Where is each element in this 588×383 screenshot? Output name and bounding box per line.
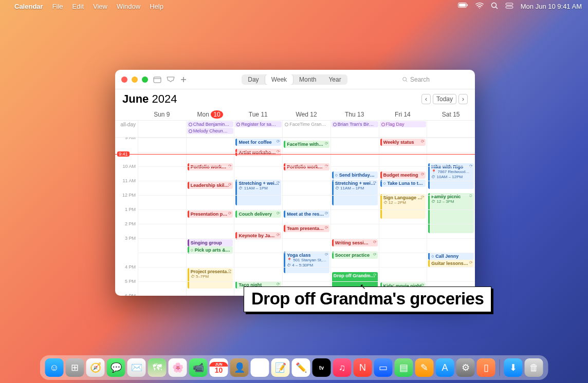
day-column-mon[interactable]: Portfolio work…⟳Leadership skil…⟳Present… [186, 138, 234, 296]
day-column-wed[interactable]: FaceTime with…⟳Portfolio work…⟳Meet at t… [282, 138, 330, 296]
add-event-icon[interactable] [180, 76, 187, 83]
event[interactable]: Hike with Rigo📍 7867 Redwood…⏱ 10AM – 12… [428, 163, 474, 189]
view-week[interactable]: Week [265, 74, 293, 85]
day-column-thu[interactable]: ○ Send birthday…Stretching + weights⏱ 11… [330, 138, 379, 296]
menubar-edit[interactable]: Edit [72, 3, 84, 10]
menubar-app[interactable]: Calendar [14, 3, 43, 10]
dock-keynote-icon[interactable]: ▭ [374, 358, 393, 377]
day-column-sat[interactable]: Hike with Rigo📍 7867 Redwood…⏱ 10AM – 12… [427, 138, 475, 296]
inbox-icon[interactable] [167, 76, 175, 83]
event[interactable]: Artist worksho…⟳ [235, 149, 281, 156]
search-field[interactable]: Search [402, 76, 469, 83]
day-column-sun[interactable] [138, 138, 186, 296]
allday-event[interactable]: Chad Benjamin… [187, 121, 234, 127]
dock-finder-icon[interactable]: ☺ [45, 358, 64, 377]
dock-settings-icon[interactable]: ⚙ [456, 358, 475, 377]
wifi-icon[interactable] [475, 3, 484, 10]
menubar-help[interactable]: Help [150, 3, 163, 10]
allday-event[interactable]: Flag Day [380, 121, 427, 127]
view-year[interactable]: Year [322, 74, 347, 85]
dock-reminders-icon[interactable]: ☰ [251, 358, 269, 377]
event[interactable]: Sign Language Club⏱ 12 – 2PM⟳ [380, 194, 426, 219]
menubar-file[interactable]: File [52, 3, 63, 10]
allday-sat[interactable] [427, 121, 475, 137]
next-week-button[interactable]: › [458, 94, 468, 104]
allday-sun[interactable] [138, 121, 186, 137]
event[interactable]: Meet at the res…⟳ [284, 210, 329, 218]
dock-notes-icon[interactable]: 📝 [271, 358, 290, 377]
day-column-fri[interactable]: Weekly status⟳Budget meeting⟳○ Take Luna… [379, 138, 427, 296]
event[interactable]: Writing sessi…⟳ [332, 239, 378, 246]
event[interactable]: Team presenta…⟳ [284, 225, 329, 232]
dock-photos-icon[interactable]: 🌸 [169, 358, 187, 377]
svg-rect-1 [459, 4, 466, 7]
spotlight-icon[interactable] [491, 2, 498, 11]
event[interactable]: Stretching + weights⏱ 11AM – 1PM⟳ [332, 180, 378, 205]
event[interactable]: Portfolio work…⟳ [284, 163, 329, 170]
allday-event[interactable]: Brian Tran's Bir… [332, 121, 378, 127]
week-grid: 9:41 9 AM10 AM11 AM12 PM1 PM2 PM3 PM4 PM… [115, 138, 475, 296]
dock-freeform-icon[interactable]: ✏️ [292, 358, 310, 377]
dock-messages-icon[interactable]: 💬 [107, 358, 125, 377]
event[interactable]: Project presentations⏱ 5–7PM⟳ [188, 268, 233, 289]
menubar-window[interactable]: Window [117, 3, 140, 10]
dock-contacts-icon[interactable]: 👤 [230, 358, 249, 377]
event[interactable]: Portfolio work…⟳ [188, 163, 233, 170]
dock-facetime-icon[interactable]: 📹 [189, 358, 208, 377]
menubar-clock[interactable]: Mon Jun 10 9:41 AM [521, 3, 582, 10]
view-day[interactable]: Day [242, 74, 265, 85]
dock-calendar-icon[interactable]: JUN10 [210, 358, 228, 377]
hour-label: 6 PM [115, 293, 136, 296]
calendars-icon[interactable] [153, 76, 161, 83]
window-controls [121, 76, 148, 83]
allday-event[interactable]: Register for sa… [235, 121, 282, 127]
event[interactable]: Stretching + weights⏱ 11AM – 1PM⟳ [235, 180, 281, 205]
view-month[interactable]: Month [293, 74, 322, 85]
event[interactable]: Guitar lessons…⟳ [428, 260, 474, 267]
allday-wed[interactable]: FaceTime Gran… [282, 121, 330, 137]
event[interactable]: FaceTime with…⟳ [284, 141, 329, 148]
dock-wallpaper-icon[interactable]: ▯ [477, 358, 495, 377]
dock-launchpad-icon[interactable]: ⊞ [66, 358, 84, 377]
event[interactable]: Couch delivery⟳ [235, 210, 281, 218]
dock-appstore-icon[interactable]: A [436, 358, 454, 377]
event[interactable]: ○ Call Jenny [428, 253, 474, 260]
calendar-window: Day Week Month Year Search June 2024 ‹ T… [115, 70, 475, 296]
event[interactable]: Presentation p…⟳ [188, 210, 233, 218]
event[interactable]: Meet for coffee⟳ [235, 139, 281, 146]
event[interactable]: Family picnic⏱ 12 – 3PM⟳ [428, 193, 474, 233]
zoom-button[interactable] [142, 76, 148, 83]
svg-rect-5 [506, 3, 513, 5]
day-column-tue[interactable]: Meet for coffee⟳Artist worksho…⟳Stretchi… [234, 138, 282, 296]
dock-tv-icon[interactable]: tv [313, 358, 331, 377]
allday-tue[interactable]: Register for sa… [234, 121, 282, 137]
event[interactable]: ○ Send birthday… [332, 171, 378, 179]
dock-downloads-icon[interactable]: ⬇ [504, 358, 523, 377]
event[interactable]: Yoga class📍 501 Stanyan St,…⏱ 4 – 5:30PM… [284, 252, 329, 273]
allday-thu[interactable]: Brian Tran's Bir… [330, 121, 379, 137]
allday-fri[interactable]: Flag Day [379, 121, 427, 137]
event[interactable]: Budget meeting⟳ [380, 171, 426, 179]
today-button[interactable]: Today [433, 94, 456, 104]
event[interactable]: Leadership skil…⟳ [188, 182, 233, 189]
dock-mail-icon[interactable]: ✉️ [127, 358, 146, 377]
dock-safari-icon[interactable]: 🧭 [86, 358, 105, 377]
allday-event[interactable]: FaceTime Gran… [283, 121, 330, 127]
minimize-button[interactable] [132, 76, 138, 83]
dock-pages-icon[interactable]: ✎ [415, 358, 434, 377]
dock-trash-icon[interactable]: 🗑 [525, 358, 543, 377]
dock-music-icon[interactable]: ♫ [333, 358, 352, 377]
event[interactable]: Weekly status⟳ [380, 139, 426, 146]
allday-mon[interactable]: Chad Benjamin…Melody Cheun… [186, 121, 234, 137]
battery-icon[interactable] [458, 3, 468, 10]
prev-week-button[interactable]: ‹ [421, 94, 431, 104]
dock-news-icon[interactable]: N [354, 358, 372, 377]
dock-numbers-icon[interactable]: ▤ [395, 358, 413, 377]
close-button[interactable] [121, 76, 127, 83]
dock-maps-icon[interactable]: 🗺 [148, 358, 167, 377]
week-header: Sun 9 Mon 10 Tue 11 Wed 12 Thu 13 Fri 14… [115, 109, 475, 120]
control-center-icon[interactable] [505, 3, 513, 10]
event[interactable]: Singing group [188, 239, 233, 246]
allday-event[interactable]: Melody Cheun… [187, 128, 234, 134]
menubar-view[interactable]: View [93, 3, 107, 10]
